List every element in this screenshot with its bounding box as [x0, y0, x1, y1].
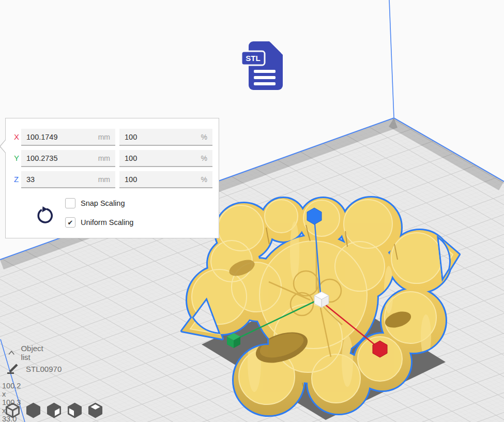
reset-icon	[34, 205, 54, 226]
snap-scaling-label: Snap Scaling	[81, 199, 125, 207]
view-front-button[interactable]	[25, 402, 42, 419]
stl-badge-label: STL	[246, 54, 260, 63]
axis-z-label: Z	[14, 175, 19, 184]
axis-x-label: X	[14, 132, 19, 141]
y-size-input[interactable]: 100.2735 mm	[21, 150, 115, 167]
reset-scale-button[interactable]	[34, 205, 54, 226]
object-list-item[interactable]: STL00970	[6, 362, 62, 375]
object-list-title: Object list	[21, 344, 45, 361]
cube-right-icon	[87, 402, 104, 419]
view-orientation-buttons	[4, 402, 104, 419]
cura-3d-viewport[interactable]: STL X 100.1749 mm 100 % Y 100.2735 mm	[0, 0, 504, 422]
view-3d-button[interactable]	[4, 402, 21, 419]
uniform-scaling-checkbox[interactable]: ✔	[65, 217, 75, 228]
cube-front-icon	[25, 402, 42, 419]
stl-file-icon: STL	[240, 40, 285, 91]
scale-tool-panel: X 100.1749 mm 100 % Y 100.2735 mm 100 % …	[5, 118, 219, 238]
snap-scaling-row: Snap Scaling	[65, 198, 125, 208]
scale-row-x: X 100.1749 mm 100 %	[6, 129, 219, 146]
axis-y-label: Y	[14, 154, 19, 162]
uniform-scaling-label: Uniform Scaling	[81, 218, 133, 227]
cube-top-icon	[45, 402, 63, 419]
x-size-input[interactable]: 100.1749 mm	[21, 129, 115, 146]
view-right-button[interactable]	[87, 402, 104, 419]
z-percent-input[interactable]: 100 %	[119, 171, 212, 188]
x-percent-input[interactable]: 100 %	[119, 129, 212, 146]
uniform-scaling-row: ✔ Uniform Scaling	[65, 217, 133, 228]
snap-scaling-checkbox[interactable]	[65, 198, 75, 208]
cube-3d-icon	[4, 402, 21, 419]
object-list-header[interactable]: Object list	[8, 344, 45, 361]
cube-left-icon	[66, 402, 83, 419]
mesh-pencil-icon	[6, 362, 20, 375]
z-size-input[interactable]: 33 mm	[21, 171, 115, 188]
scale-row-y: Y 100.2735 mm 100 %	[6, 150, 219, 167]
y-percent-input[interactable]: 100 %	[119, 150, 212, 167]
scale-row-z: Z 33 mm 100 %	[6, 171, 219, 188]
view-top-button[interactable]	[45, 402, 63, 419]
collapse-chevron-icon	[8, 350, 14, 356]
object-name: STL00970	[26, 365, 62, 373]
view-left-button[interactable]	[66, 402, 83, 419]
